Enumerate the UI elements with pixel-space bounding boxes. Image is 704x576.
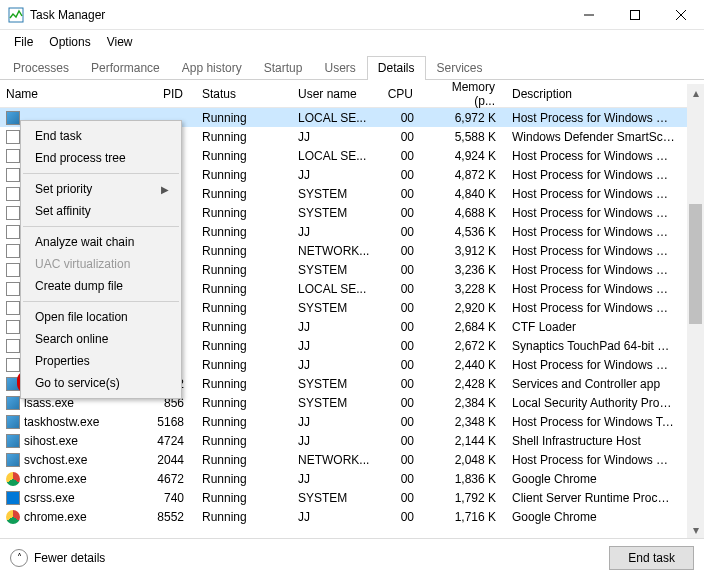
cell-status: Running	[196, 453, 292, 467]
menu-options[interactable]: Options	[41, 33, 98, 51]
context-menu-item[interactable]: Open file location	[21, 306, 181, 328]
cell-memory: 2,144 K	[432, 434, 506, 448]
cell-pid: 740	[140, 491, 196, 505]
cell-user: JJ	[292, 168, 380, 182]
cell-description: Host Process for Windows Servi	[506, 206, 682, 220]
process-icon	[6, 301, 20, 315]
cell-description: Host Process for Windows Servi	[506, 358, 682, 372]
context-menu-item[interactable]: Properties	[21, 350, 181, 372]
cell-pid: 2044	[140, 453, 196, 467]
cell-memory: 1,716 K	[432, 510, 506, 524]
process-icon	[6, 453, 20, 467]
cell-cpu: 00	[380, 339, 432, 353]
header-cpu[interactable]: CPU	[380, 87, 432, 101]
process-icon	[6, 244, 20, 258]
tab-startup[interactable]: Startup	[253, 56, 314, 80]
cell-pid: 8552	[140, 510, 196, 524]
cell-name: svchost.exe	[24, 453, 87, 467]
context-menu-item[interactable]: End task	[21, 125, 181, 147]
cell-status: Running	[196, 472, 292, 486]
tab-processes[interactable]: Processes	[2, 56, 80, 80]
process-icon	[6, 187, 20, 201]
cell-memory: 2,440 K	[432, 358, 506, 372]
cell-memory: 3,236 K	[432, 263, 506, 277]
cell-memory: 4,924 K	[432, 149, 506, 163]
process-icon	[6, 415, 20, 429]
maximize-button[interactable]	[612, 0, 658, 30]
cell-description: Synaptics TouchPad 64-bit Enha...	[506, 339, 682, 353]
cell-memory: 2,920 K	[432, 301, 506, 315]
cell-status: Running	[196, 339, 292, 353]
header-user[interactable]: User name	[292, 87, 380, 101]
header-description[interactable]: Description	[506, 87, 682, 101]
context-menu-item[interactable]: Set affinity	[21, 200, 181, 222]
tab-performance[interactable]: Performance	[80, 56, 171, 80]
menu-file[interactable]: File	[6, 33, 41, 51]
cell-user: JJ	[292, 510, 380, 524]
cell-user: JJ	[292, 225, 380, 239]
menu-view[interactable]: View	[99, 33, 141, 51]
process-icon	[6, 206, 20, 220]
cell-description: Google Chrome	[506, 472, 682, 486]
scroll-down-button[interactable]: ▾	[687, 521, 704, 538]
vertical-scrollbar[interactable]: ▴ ▾	[687, 84, 704, 538]
minimize-button[interactable]	[566, 0, 612, 30]
tab-users[interactable]: Users	[313, 56, 366, 80]
cell-user: JJ	[292, 320, 380, 334]
scroll-up-button[interactable]: ▴	[687, 84, 704, 101]
tab-details[interactable]: Details	[367, 56, 426, 80]
context-menu-label: End process tree	[35, 151, 126, 165]
cell-user: LOCAL SE...	[292, 282, 380, 296]
context-menu-item[interactable]: Create dump file	[21, 275, 181, 297]
cell-description: CTF Loader	[506, 320, 682, 334]
table-row[interactable]: sihost.exe4724RunningJJ002,144 KShell In…	[0, 431, 704, 450]
context-menu-item[interactable]: Go to service(s)	[21, 372, 181, 394]
context-menu-label: Set affinity	[35, 204, 91, 218]
process-icon	[6, 339, 20, 353]
cell-cpu: 00	[380, 472, 432, 486]
table-row[interactable]: csrss.exe740RunningSYSTEM001,792 KClient…	[0, 488, 704, 507]
cell-cpu: 00	[380, 282, 432, 296]
cell-memory: 1,792 K	[432, 491, 506, 505]
tab-strip: Processes Performance App history Startu…	[0, 54, 704, 80]
cell-memory: 4,872 K	[432, 168, 506, 182]
header-pid[interactable]: PID	[140, 87, 196, 101]
cell-status: Running	[196, 377, 292, 391]
end-task-button[interactable]: End task	[609, 546, 694, 570]
cell-user: SYSTEM	[292, 377, 380, 391]
table-row[interactable]: taskhostw.exe5168RunningJJ002,348 KHost …	[0, 412, 704, 431]
context-menu-item[interactable]: Set priority▶	[21, 178, 181, 200]
header-name[interactable]: Name	[0, 87, 140, 101]
context-menu-item: UAC virtualization	[21, 253, 181, 275]
close-button[interactable]	[658, 0, 704, 30]
cell-cpu: 00	[380, 320, 432, 334]
column-headers: Name PID Status User name CPU Memory (p.…	[0, 80, 704, 108]
menubar: File Options View	[0, 30, 704, 54]
context-menu-item[interactable]: Search online	[21, 328, 181, 350]
context-menu-item[interactable]: Analyze wait chain	[21, 231, 181, 253]
cell-description: Host Process for Windows Servi	[506, 111, 682, 125]
cell-name: chrome.exe	[24, 472, 87, 486]
tab-app-history[interactable]: App history	[171, 56, 253, 80]
cell-cpu: 00	[380, 263, 432, 277]
context-menu-item[interactable]: End process tree	[21, 147, 181, 169]
cell-status: Running	[196, 510, 292, 524]
scroll-thumb[interactable]	[689, 204, 702, 324]
header-memory[interactable]: Memory (p...	[432, 80, 506, 108]
process-icon	[6, 510, 20, 524]
table-row[interactable]: svchost.exe2044RunningNETWORK...002,048 …	[0, 450, 704, 469]
cell-cpu: 00	[380, 206, 432, 220]
cell-description: Host Process for Windows Servi	[506, 149, 682, 163]
cell-cpu: 00	[380, 187, 432, 201]
cell-user: SYSTEM	[292, 206, 380, 220]
cell-status: Running	[196, 434, 292, 448]
context-menu-label: Analyze wait chain	[35, 235, 134, 249]
context-menu: End taskEnd process treeSet priority▶Set…	[20, 120, 182, 399]
cell-user: NETWORK...	[292, 244, 380, 258]
header-status[interactable]: Status	[196, 87, 292, 101]
tab-services[interactable]: Services	[426, 56, 494, 80]
table-row[interactable]: chrome.exe4672RunningJJ001,836 KGoogle C…	[0, 469, 704, 488]
context-menu-label: Properties	[35, 354, 90, 368]
table-row[interactable]: chrome.exe8552RunningJJ001,716 KGoogle C…	[0, 507, 704, 526]
fewer-details-toggle[interactable]: ˄ Fewer details	[10, 549, 105, 567]
